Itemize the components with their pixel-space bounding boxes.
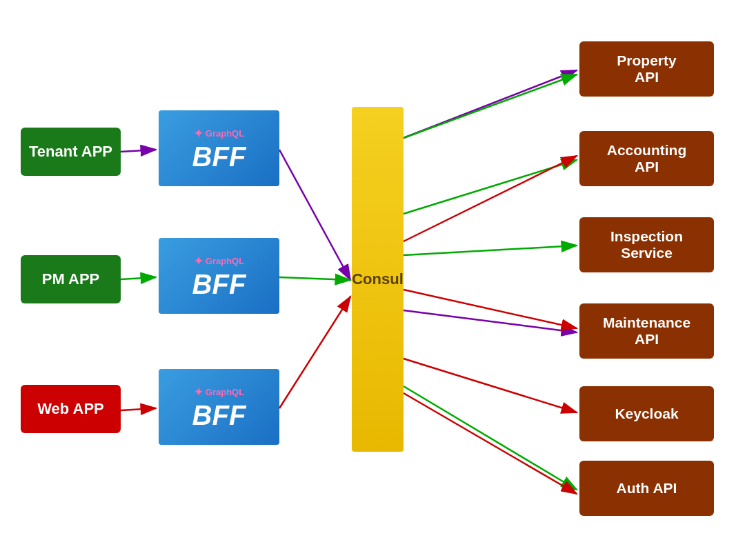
accounting-api-box: AccountingAPI: [579, 131, 714, 186]
bff-tenant-box: ✦ GraphQL BFF: [159, 110, 279, 186]
auth-api-box: Auth API: [579, 461, 714, 516]
bff-title-2: BFF: [192, 270, 246, 298]
svg-line-12: [404, 246, 577, 255]
diagram-container: Tenant APP PM APP Web APP ✦ GraphQL BFF …: [0, 0, 756, 560]
web-app-label: Web APP: [37, 400, 104, 418]
auth-api-label: Auth API: [617, 480, 677, 497]
svg-line-17: [404, 386, 577, 490]
inspection-service-box: InspectionService: [579, 217, 714, 272]
graphql-text-2: GraphQL: [206, 256, 244, 266]
svg-line-6: [279, 150, 350, 280]
graphql-pm-label: ✦ GraphQL: [194, 254, 244, 268]
graphql-icon-3: ✦: [194, 386, 203, 399]
maintenance-api-label: MaintenanceAPI: [603, 314, 690, 348]
svg-line-5: [121, 408, 156, 410]
keycloak-label: Keycloak: [615, 406, 678, 422]
accounting-api-label: AccountingAPI: [607, 142, 687, 175]
svg-line-9: [404, 70, 577, 138]
bff-title-3: BFF: [192, 401, 246, 429]
svg-line-10: [404, 74, 577, 138]
svg-line-11: [404, 160, 577, 214]
pm-app-label: PM APP: [42, 270, 100, 288]
keycloak-box: Keycloak: [579, 386, 714, 441]
svg-line-13: [404, 310, 577, 332]
svg-line-14: [404, 290, 577, 328]
svg-line-15: [404, 156, 577, 241]
svg-line-18: [404, 393, 577, 494]
bff-pm-box: ✦ GraphQL BFF: [159, 238, 279, 314]
inspection-service-label: InspectionService: [610, 228, 683, 261]
property-api-box: PropertyAPI: [579, 41, 714, 97]
graphql-icon-2: ✦: [194, 254, 203, 268]
consul-box: Consul: [352, 107, 404, 452]
graphql-text-3: GraphQL: [206, 387, 244, 397]
bff-web-box: ✦ GraphQL BFF: [159, 369, 279, 445]
svg-line-8: [279, 297, 350, 408]
svg-line-3: [121, 150, 156, 152]
svg-line-7: [279, 277, 350, 280]
graphql-text-1: GraphQL: [206, 128, 244, 139]
svg-line-4: [121, 277, 156, 279]
graphql-tenant-label: ✦ GraphQL: [194, 127, 244, 140]
maintenance-api-box: MaintenanceAPI: [579, 303, 714, 359]
pm-app-box: PM APP: [21, 255, 121, 303]
tenant-app-box: Tenant APP: [21, 128, 121, 176]
graphql-web-label: ✦ GraphQL: [194, 386, 244, 399]
web-app-box: Web APP: [21, 385, 121, 433]
consul-label: Consul: [352, 270, 404, 288]
graphql-icon-1: ✦: [194, 127, 203, 140]
svg-line-16: [404, 359, 577, 412]
property-api-label: PropertyAPI: [617, 52, 676, 86]
bff-title-1: BFF: [192, 143, 246, 170]
tenant-app-label: Tenant APP: [29, 143, 112, 161]
